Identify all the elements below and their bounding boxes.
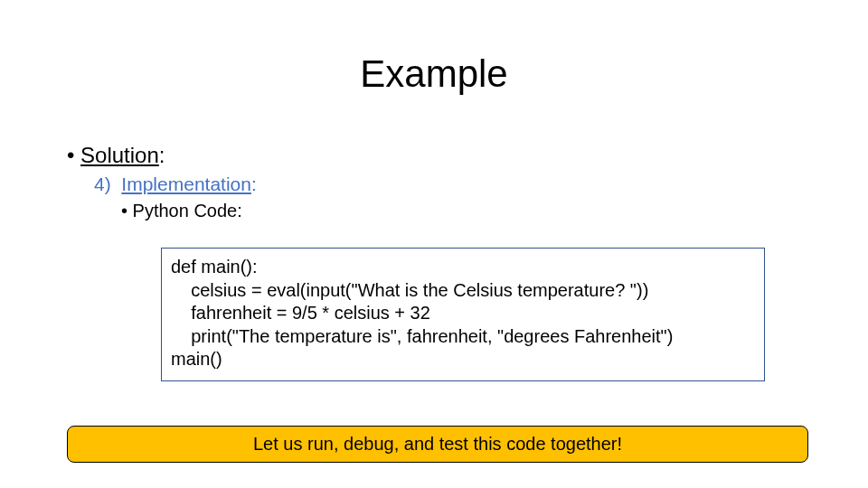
callout-banner: Let us run, debug, and test this code to… <box>67 426 808 463</box>
slide-title: Example <box>0 52 868 96</box>
numbered-implementation: 4) Implementation: <box>94 174 808 195</box>
python-code-label: Python Code: <box>133 201 242 221</box>
code-line: celsius = eval(input("What is the Celsiu… <box>171 279 755 303</box>
code-line: fahrenheit = 9/5 * celsius + 32 <box>171 302 755 325</box>
banner-text: Let us run, debug, and test this code to… <box>253 434 622 454</box>
step-label: Implementation <box>121 174 251 194</box>
bullet-python-code: • Python Code: <box>121 201 808 221</box>
slide: Example • Solution: 4) Implementation: •… <box>0 0 868 488</box>
step-colon: : <box>251 174 257 194</box>
code-line: def main(): <box>171 256 755 279</box>
bullet-dot-icon: • <box>67 143 80 167</box>
bullet-solution: • Solution: <box>67 143 808 168</box>
solution-colon: : <box>159 143 165 167</box>
code-line: print("The temperature is", fahrenheit, … <box>171 325 755 349</box>
code-line: main() <box>171 348 755 371</box>
slide-body: • Solution: 4) Implementation: • Python … <box>67 143 808 227</box>
step-number: 4) <box>94 174 111 194</box>
bullet-dot-icon: • <box>121 201 133 221</box>
code-box: def main(): celsius = eval(input("What i… <box>161 248 765 381</box>
solution-label: Solution <box>80 143 159 167</box>
